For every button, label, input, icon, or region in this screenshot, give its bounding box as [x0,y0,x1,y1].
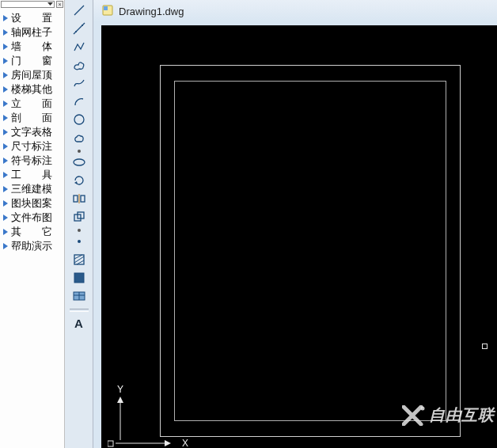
document-tab[interactable]: Drawing1.dwg [93,0,497,22]
line-icon [72,3,86,20]
text-tool[interactable]: A [70,315,89,332]
copy-tool[interactable] [70,210,89,226]
menu-item-label: 墙 体 [11,40,52,54]
svg-marker-24 [74,181,78,184]
svg-marker-6 [3,86,8,93]
mirror-tool[interactable] [70,192,89,208]
menu-other[interactable]: 其 它 [0,225,64,239]
menu-tools[interactable]: 工 具 [0,168,64,182]
region-tool[interactable] [70,271,89,287]
chevron-right-icon [3,72,8,78]
menu-item-label: 其 它 [11,225,52,239]
construction-line-tool[interactable] [70,21,89,38]
chevron-right-icon [3,15,8,21]
menu-blocks-patterns[interactable]: 图块图案 [0,196,64,211]
menu-doors-windows[interactable]: 门 窗 [0,54,64,68]
hatch-tool[interactable] [70,252,89,269]
hatch-icon [72,252,86,269]
svg-marker-7 [3,101,8,107]
category-list: 设 置轴网柱子墙 体门 窗房间屋顶楼梯其他立 面剖 面文字表格尺寸标注符号标注工… [0,8,64,253]
watermark-x-icon [402,405,426,426]
menu-dimension[interactable]: 尺寸标注 [0,139,64,154]
chevron-right-icon [3,243,8,249]
menu-item-label: 帮助演示 [11,239,52,253]
menu-item-label: 轴网柱子 [11,25,52,40]
svg-point-22 [74,115,84,124]
cloud-tool[interactable] [70,131,89,147]
svg-marker-9 [3,129,8,135]
chevron-right-icon [3,44,8,50]
region-icon [72,271,86,287]
svg-marker-17 [3,243,8,249]
chevron-right-icon [3,115,8,121]
chevron-right-icon [3,143,8,150]
table-tool[interactable] [70,289,89,306]
ucs-y-label: Y [117,384,123,395]
svg-marker-2 [3,29,8,36]
arc-tool[interactable] [70,94,89,111]
chevron-right-icon [3,172,8,178]
panel-close-button[interactable]: × [56,1,63,8]
polyline-tool[interactable] [70,40,89,56]
menu-item-label: 工 具 [11,168,52,182]
svg-point-23 [74,159,85,165]
svg-point-30 [78,240,81,243]
menu-file-layout[interactable]: 文件布图 [0,211,64,225]
toolbar-divider [70,309,89,312]
watermark: 自由互联 [402,404,494,426]
menu-elevation[interactable]: 立 面 [0,97,64,111]
menu-item-label: 剖 面 [11,111,52,125]
svg-marker-42 [117,397,123,403]
rotate-tool[interactable] [70,173,89,190]
circle-tool[interactable] [70,112,89,129]
chevron-right-icon [3,101,8,107]
menu-symbol[interactable]: 符号标注 [0,154,64,168]
ucs-y-axis: Y [116,384,125,440]
svg-text:X: X [182,439,188,448]
view-cube-handle[interactable] [482,344,488,349]
svg-marker-3 [3,44,8,50]
svg-line-34 [77,260,84,264]
toolbar-separator [70,149,89,154]
drawing-canvas[interactable]: Y X 自由互联 [101,25,497,448]
svg-marker-5 [3,72,8,78]
circle-icon [72,112,86,129]
ellipse-tool[interactable] [70,155,89,172]
svg-rect-26 [81,196,85,202]
spline-tool[interactable] [70,76,89,93]
point-tool[interactable] [70,234,89,251]
document-filename: Drawing1.dwg [119,6,184,17]
svg-line-19 [74,23,85,34]
ucs-origin-icon: X [108,439,195,448]
menu-text-table[interactable]: 文字表格 [0,125,64,139]
svg-marker-12 [3,172,8,178]
svg-marker-4 [3,58,8,64]
menu-section[interactable]: 剖 面 [0,111,64,125]
menu-walls[interactable]: 墙 体 [0,40,64,54]
menu-axis-grid[interactable]: 轴网柱子 [0,25,64,40]
chevron-right-icon [3,58,8,64]
category-dropdown[interactable] [1,1,55,8]
svg-rect-35 [74,273,84,283]
menu-item-label: 三维建模 [11,182,52,196]
revcloud-tool[interactable] [70,58,89,74]
menu-room-roof[interactable]: 房间屋顶 [0,68,64,82]
watermark-text: 自由互联 [429,404,494,426]
menu-3d-modeling[interactable]: 三维建模 [0,182,64,196]
dot-icon [72,234,86,251]
menu-item-label: 门 窗 [11,54,52,68]
menu-help-demo[interactable]: 帮助演示 [0,239,64,253]
svg-marker-16 [3,229,8,235]
menu-stairs-other[interactable]: 楼梯其他 [0,82,64,97]
svg-point-20 [75,31,77,32]
svg-marker-10 [3,143,8,150]
menu-item-label: 房间屋顶 [11,68,52,82]
drawing-frame-inner [174,81,446,421]
svg-rect-40 [104,6,108,10]
menu-settings[interactable]: 设 置 [0,11,64,25]
pline-icon [72,40,86,56]
svg-rect-43 [108,441,113,446]
ellipse-icon [72,155,86,172]
line-tool[interactable] [70,3,89,20]
category-panel: × 设 置轴网柱子墙 体门 窗房间屋顶楼梯其他立 面剖 面文字表格尺寸标注符号标… [0,0,65,448]
